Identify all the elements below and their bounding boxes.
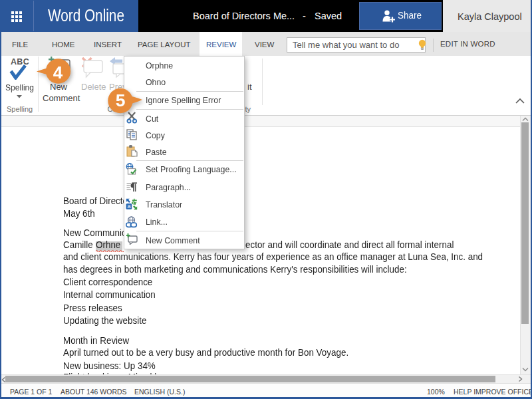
svg-text:a: a bbox=[127, 203, 130, 209]
svg-text:4: 4 bbox=[53, 63, 63, 82]
svg-text:5: 5 bbox=[116, 90, 126, 110]
